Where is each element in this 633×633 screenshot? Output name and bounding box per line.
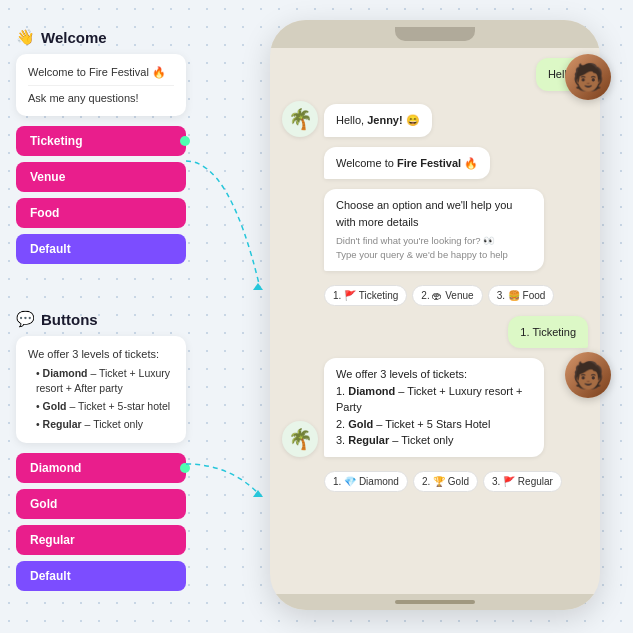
- welcome-msg-1: Welcome to Fire Festival 🔥: [28, 64, 174, 81]
- default-button-tickets[interactable]: Default: [16, 561, 186, 591]
- home-indicator: [395, 600, 475, 604]
- options-row-2: 1. 💎 Diamond 2. 🏆 Gold 3. 🚩 Regular: [324, 471, 562, 492]
- bubble-tickets-info: We offer 3 levels of tickets: 1. Diamond…: [324, 358, 544, 457]
- phone-chat: Hello! 🌴 Hello, Jenny! 😄 Welcome to Fire…: [270, 48, 600, 594]
- buttons-chat-card: We offer 3 levels of tickets: • Diamond …: [16, 336, 186, 443]
- tickets-description: We offer 3 levels of tickets:: [28, 346, 174, 363]
- default-button-welcome[interactable]: Default: [16, 234, 186, 264]
- welcome-chat-card: Welcome to Fire Festival 🔥 Ask me any qu…: [16, 54, 186, 116]
- ticket-level-3: • Regular – Ticket only: [28, 417, 174, 433]
- msg-ticketing-selected: 1. Ticketing: [282, 316, 588, 349]
- ticket-level-1: • Diamond – Ticket + Luxury resort + Aft…: [28, 366, 174, 398]
- bubble-festival: Welcome to Fire Festival 🔥: [324, 147, 490, 180]
- avatar-man-top: 🧑🏾: [565, 54, 611, 100]
- msg-options-2: 1. 💎 Diamond 2. 🏆 Gold 3. 🚩 Regular: [282, 467, 588, 492]
- svg-marker-1: [253, 490, 263, 497]
- venue-button[interactable]: Venue: [16, 162, 186, 192]
- ticket-buttons: Diamond Gold Regular Default: [16, 453, 186, 591]
- active-dot: [180, 136, 190, 146]
- svg-marker-0: [253, 283, 263, 290]
- bubble-choose: Choose an option and we'll help you with…: [324, 189, 544, 271]
- opt-gold[interactable]: 2. 🏆 Gold: [413, 471, 478, 492]
- msg-festival: Welcome to Fire Festival 🔥: [282, 147, 588, 180]
- avatar-man-bottom: 🧑🏾: [565, 352, 611, 398]
- welcome-panel: 👋 Welcome Welcome to Fire Festival 🔥 Ask…: [16, 28, 186, 264]
- gold-button[interactable]: Gold: [16, 489, 186, 519]
- buttons-panel: 💬 Buttons We offer 3 levels of tickets: …: [16, 310, 186, 591]
- opt-ticketing[interactable]: 1. 🚩 Ticketing: [324, 285, 407, 306]
- opt-diamond[interactable]: 1. 💎 Diamond: [324, 471, 408, 492]
- diamond-button[interactable]: Diamond: [16, 453, 186, 483]
- msg-hello: Hello!: [282, 58, 588, 91]
- phone-mockup: Hello! 🌴 Hello, Jenny! 😄 Welcome to Fire…: [270, 20, 600, 610]
- wave-emoji: 👋: [16, 28, 35, 46]
- active-dot-2: [180, 463, 190, 473]
- opt-food[interactable]: 3. 🍔 Food: [488, 285, 555, 306]
- palm-avatar-2: 🌴: [282, 421, 318, 457]
- ticket-level-2: • Gold – Ticket + 5-star hotel: [28, 399, 174, 415]
- opt-regular[interactable]: 3. 🚩 Regular: [483, 471, 562, 492]
- welcome-buttons: Ticketing Venue Food Default: [16, 126, 186, 264]
- phone-bottom-bar: [270, 594, 600, 610]
- phone-top-bar: [270, 20, 600, 48]
- regular-button[interactable]: Regular: [16, 525, 186, 555]
- palm-avatar-1: 🌴: [282, 101, 318, 137]
- buttons-title: 💬 Buttons: [16, 310, 186, 328]
- msg-options-1: 1. 🚩 Ticketing 2. 🏟 Venue 3. 🍔 Food: [282, 281, 588, 306]
- options-row-1: 1. 🚩 Ticketing 2. 🏟 Venue 3. 🍔 Food: [324, 285, 554, 306]
- phone-notch: [395, 27, 475, 41]
- msg-jenny: 🌴 Hello, Jenny! 😄: [282, 101, 588, 137]
- bubble-subtext: Didn't find what you're looking for? 👀Ty…: [336, 234, 532, 263]
- msg-choose: Choose an option and we'll help you with…: [282, 189, 588, 271]
- food-button[interactable]: Food: [16, 198, 186, 228]
- ticketing-button[interactable]: Ticketing: [16, 126, 186, 156]
- bubble-ticketing-selected: 1. Ticketing: [508, 316, 588, 349]
- welcome-msg-2: Ask me any questions!: [28, 90, 174, 107]
- opt-venue[interactable]: 2. 🏟 Venue: [412, 285, 482, 306]
- msg-tickets-info: 🌴 We offer 3 levels of tickets: 1. Diamo…: [282, 358, 588, 457]
- chat-emoji: 💬: [16, 310, 35, 328]
- bubble-jenny: Hello, Jenny! 😄: [324, 104, 432, 137]
- welcome-title: 👋 Welcome: [16, 28, 186, 46]
